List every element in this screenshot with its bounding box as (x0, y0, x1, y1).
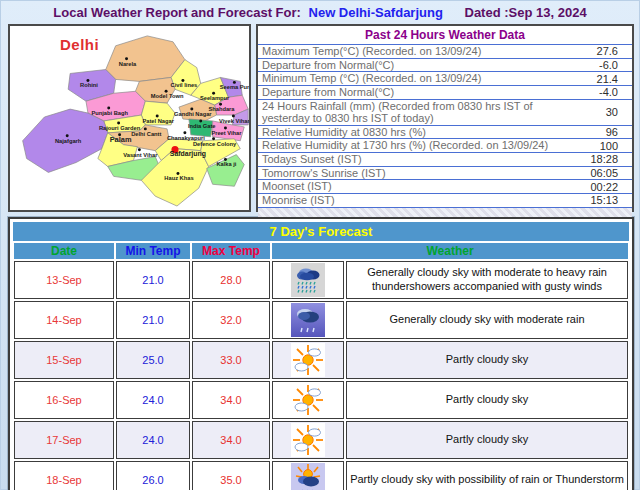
past24-row-value: 21.4 (562, 73, 632, 85)
district-label: Seelampur (200, 95, 230, 101)
forecast-icon-cell (272, 421, 344, 459)
past24-row-label: 24 Hours Rainfall (mm) (Recorded from 08… (258, 100, 562, 125)
past24-row: Minimum Temp (°C) (Recorded. on 13/09/24… (258, 72, 632, 86)
forecast-weather-text-cell: Partly cloudy sky (346, 421, 628, 459)
district-label: Palam (110, 135, 132, 144)
district-label: Seema Puri (220, 84, 249, 90)
forecast-header-row: Date Min Temp Max Temp Weather (14, 243, 628, 259)
past24-rows: Maximum Temp(°C) (Recorded. on 13/09/24)… (258, 45, 632, 208)
past24-footer-strip (258, 208, 632, 217)
past24-row-value: 00:22 (562, 181, 632, 193)
partly-cloudy-icon (291, 423, 325, 457)
forecast-row: 18-Sep26.035.0 Partly cloudy sky with po… (14, 461, 628, 490)
past24-row-label: Todays Sunset (IST) (258, 153, 562, 166)
past24-panel: Past 24 Hours Weather Data Maximum Temp(… (256, 24, 634, 212)
forecast-weather-text-cell: Partly cloudy sky (346, 341, 628, 379)
district-label: Narela (119, 61, 137, 67)
forecast-row: 17-Sep24.034.0 Partly cloudy sky (14, 421, 628, 459)
forecast-icon-cell (272, 381, 344, 419)
district-label: Preet Vihar (211, 130, 242, 136)
past24-row: Moonset (IST)00:22 (258, 180, 632, 194)
district-label: Civil lines (171, 82, 198, 88)
column-header-min-temp: Min Temp (116, 243, 190, 259)
past24-row: Moonrise (IST)15:13 (258, 194, 632, 208)
past24-row-value: -4.0 (562, 86, 632, 98)
district-label: Vivek Vihar (219, 118, 249, 124)
forecast-table: Date Min Temp Max Temp Weather 13-Sep21.… (12, 241, 630, 490)
past24-row: Relative Humidity at 1730 hrs (%) (Recor… (258, 139, 632, 153)
page-title-prefix: Local Weather Report and Forecast For: (53, 5, 301, 20)
forecast-icon-cell (272, 261, 344, 299)
forecast-icon-cell (272, 461, 344, 490)
forecast-date-cell: 13-Sep (14, 261, 114, 299)
station-name-link[interactable]: New Delhi-Safdarjung (309, 5, 443, 20)
district-label: Patel Nagar (142, 118, 174, 124)
past24-row-value: 27.6 (562, 45, 632, 57)
forecast-min-temp-cell: 21.0 (116, 261, 190, 299)
district-label: Rohini (80, 82, 98, 88)
delhi-district-map: NarelaRohiniCivil linesModel TownSeelamp… (10, 26, 249, 210)
district-label: India Gate (188, 123, 216, 129)
forecast-panel: 7 Day's Forecast Date Min Temp Max Temp … (8, 217, 634, 490)
past24-row: Todays Sunset (IST)18:28 (258, 153, 632, 167)
district-label: Delhi Cantt (131, 131, 161, 137)
past24-title: Past 24 Hours Weather Data (258, 26, 632, 45)
past24-row: Departure from Normal(°C)-6.0 (258, 59, 632, 73)
past24-row-value: 30 (562, 106, 632, 118)
past24-row: Relative Humidity at 0830 hrs (%)96 (258, 126, 632, 140)
rain-thunder-icon (291, 463, 325, 490)
forecast-row: 13-Sep21.028.0 Generally cloudy sky with… (14, 261, 628, 299)
past24-row-value: 96 (562, 126, 632, 138)
partly-cloudy-icon (291, 343, 325, 377)
forecast-row: 14-Sep21.032.0 Generally cloudy sky with… (14, 301, 628, 339)
forecast-min-temp-cell: 24.0 (116, 381, 190, 419)
forecast-min-temp-cell: 25.0 (116, 341, 190, 379)
past24-row-label: Moonrise (IST) (258, 194, 562, 207)
forecast-max-temp-cell: 33.0 (192, 341, 270, 379)
forecast-icon-cell (272, 301, 344, 339)
district-label: Safdarjung (170, 150, 206, 158)
forecast-icon-cell (272, 341, 344, 379)
column-header-max-temp: Max Temp (192, 243, 270, 259)
partly-cloudy-icon (291, 383, 325, 417)
forecast-date-cell: 15-Sep (14, 341, 114, 379)
past24-row-value: -6.0 (562, 59, 632, 71)
past24-row-value: 18:28 (562, 153, 632, 165)
district-label: Kalka ji (216, 161, 236, 167)
forecast-date-cell: 14-Sep (14, 301, 114, 339)
forecast-min-temp-cell: 26.0 (116, 461, 190, 490)
past24-row-label: Tomorrow's Sunrise (IST) (258, 167, 562, 180)
district-label: Defence Colony (193, 141, 237, 147)
past24-row-label: Minimum Temp (°C) (Recorded. on 13/09/24… (258, 72, 562, 85)
delhi-map-panel: Delhi (8, 24, 251, 212)
past24-row: Maximum Temp(°C) (Recorded. on 13/09/24)… (258, 45, 632, 59)
dated-label: Dated :Sep 13, 2024 (465, 5, 587, 20)
forecast-weather-text-cell: Partly cloudy sky with possibility of ra… (346, 461, 628, 490)
forecast-max-temp-cell: 34.0 (192, 381, 270, 419)
district-label: Model Town (151, 93, 184, 99)
heavy-rain-icon (291, 263, 325, 297)
district-label: Gandhi Nagar (174, 111, 212, 117)
past24-row-label: Departure from Normal(°C) (258, 86, 562, 99)
past24-row-value: 15:13 (562, 194, 632, 206)
page-title: Local Weather Report and Forecast For: N… (0, 0, 640, 20)
forecast-min-temp-cell: 21.0 (116, 301, 190, 339)
forecast-weather-text-cell: Generally cloudy sky with moderate rain (346, 301, 628, 339)
forecast-max-temp-cell: 35.0 (192, 461, 270, 490)
district-label: Punjabi Bagh (91, 110, 128, 116)
forecast-weather-text-cell: Generally cloudy sky with moderate to he… (346, 261, 628, 299)
past24-row-value: 06:05 (562, 167, 632, 179)
map-title: Delhi (60, 36, 99, 53)
past24-row-value: 100 (562, 140, 632, 152)
forecast-max-temp-cell: 32.0 (192, 301, 270, 339)
district-label: Shahdara (208, 106, 235, 112)
past24-row-label: Relative Humidity at 1730 hrs (%) (Recor… (258, 139, 562, 152)
past24-row-label: Maximum Temp(°C) (Recorded. on 13/09/24) (258, 45, 562, 58)
district-label: Hauz Khas (164, 175, 193, 181)
forecast-row: 15-Sep25.033.0 Partly cloudy sky (14, 341, 628, 379)
forecast-date-cell: 16-Sep (14, 381, 114, 419)
forecast-weather-text-cell: Partly cloudy sky (346, 381, 628, 419)
forecast-date-cell: 17-Sep (14, 421, 114, 459)
forecast-min-temp-cell: 24.0 (116, 421, 190, 459)
past24-row-label: Moonset (IST) (258, 180, 562, 193)
